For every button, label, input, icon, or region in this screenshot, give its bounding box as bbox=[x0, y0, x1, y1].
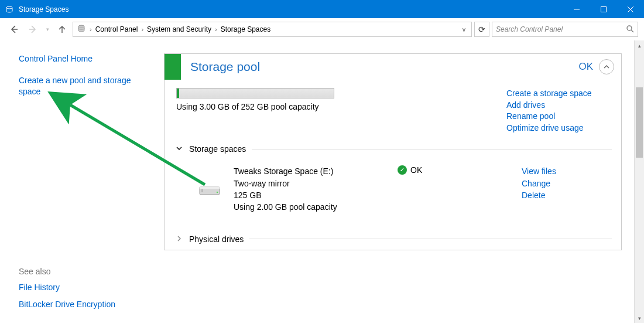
space-status: ✓ OK bbox=[398, 165, 422, 175]
create-storage-space-link[interactable]: Create a storage space bbox=[506, 88, 612, 100]
svg-rect-12 bbox=[200, 186, 220, 189]
space-type: Two-way mirror bbox=[234, 178, 386, 189]
storage-pool-panel: Storage pool OK Using 3.00 GB of 252 GB … bbox=[164, 53, 622, 250]
optimize-usage-link[interactable]: Optimize drive usage bbox=[506, 123, 612, 134]
section-divider bbox=[252, 149, 612, 149]
svg-line-10 bbox=[631, 30, 633, 32]
breadcrumb-icon bbox=[77, 24, 86, 35]
address-dropdown[interactable]: v bbox=[460, 26, 468, 33]
status-color-strip bbox=[165, 54, 181, 80]
chevron-right-icon bbox=[176, 236, 183, 243]
up-button[interactable] bbox=[54, 21, 70, 38]
breadcrumb-item[interactable]: Storage Spaces bbox=[221, 25, 270, 33]
svg-rect-2 bbox=[601, 6, 607, 12]
chevron-down-icon bbox=[176, 145, 183, 152]
address-bar-row: ▾ › Control Panel › System and Security … bbox=[0, 18, 644, 40]
pool-usage-text: Using 3.00 GB of 252 GB pool capacity bbox=[176, 102, 495, 111]
breadcrumb-item[interactable]: System and Security bbox=[147, 25, 211, 33]
app-icon bbox=[5, 5, 14, 14]
collapse-toggle[interactable] bbox=[599, 59, 614, 74]
search-icon bbox=[626, 25, 634, 35]
scroll-thumb[interactable] bbox=[636, 87, 643, 158]
storage-space-info: Tweaks Storage Space (E:) Two-way mirror… bbox=[234, 165, 386, 213]
search-placeholder: Search Control Panel bbox=[496, 25, 626, 33]
pool-capacity-bar bbox=[176, 88, 334, 98]
physical-drives-section-header[interactable]: Physical drives bbox=[176, 234, 612, 244]
drive-icon bbox=[198, 182, 222, 199]
maximize-button[interactable] bbox=[590, 0, 617, 18]
see-also-bitlocker[interactable]: BitLocker Drive Encryption bbox=[19, 299, 115, 310]
breadcrumb-bar[interactable]: › Control Panel › System and Security › … bbox=[73, 22, 472, 37]
control-panel-home-link[interactable]: Control Panel Home bbox=[19, 53, 153, 64]
vertical-scrollbar[interactable]: ▴ ▾ bbox=[634, 40, 644, 323]
pool-actions: Create a storage space Add drives Rename… bbox=[506, 88, 612, 134]
svg-point-13 bbox=[217, 192, 218, 193]
chevron-right-icon: › bbox=[215, 26, 217, 33]
scroll-down-button[interactable]: ▾ bbox=[635, 313, 644, 323]
minimize-button[interactable] bbox=[563, 0, 590, 18]
recent-dropdown[interactable]: ▾ bbox=[43, 21, 52, 38]
pool-capacity-fill bbox=[177, 89, 179, 98]
main-content: Storage pool OK Using 3.00 GB of 252 GB … bbox=[164, 40, 644, 323]
create-pool-link[interactable]: Create a new pool and storage space bbox=[19, 75, 148, 97]
panel-header: Storage pool OK bbox=[165, 54, 621, 80]
svg-rect-14 bbox=[201, 189, 203, 192]
space-name: Tweaks Storage Space (E:) bbox=[234, 165, 386, 177]
section-label: Physical drives bbox=[189, 234, 244, 244]
see-also-section: See also File History BitLocker Drive En… bbox=[19, 267, 115, 316]
delete-link[interactable]: Delete bbox=[522, 189, 609, 201]
chevron-right-icon: › bbox=[141, 26, 143, 33]
space-size: 125 GB bbox=[234, 189, 386, 201]
back-button[interactable] bbox=[6, 21, 22, 38]
refresh-button[interactable]: ⟳ bbox=[474, 22, 489, 37]
space-status-text: OK bbox=[410, 165, 422, 175]
panel-status: OK bbox=[578, 61, 593, 73]
panel-title: Storage pool bbox=[190, 60, 578, 74]
storage-spaces-section-header[interactable]: Storage spaces bbox=[176, 144, 612, 154]
change-link[interactable]: Change bbox=[522, 178, 609, 189]
space-actions: View files Change Delete bbox=[522, 165, 609, 201]
view-files-link[interactable]: View files bbox=[522, 165, 609, 177]
space-usage: Using 2.00 GB pool capacity bbox=[234, 201, 386, 213]
svg-point-0 bbox=[6, 6, 12, 9]
section-divider bbox=[249, 239, 612, 239]
close-button[interactable] bbox=[617, 0, 644, 18]
svg-point-9 bbox=[627, 26, 632, 30]
search-box[interactable]: Search Control Panel bbox=[492, 22, 638, 37]
see-also-heading: See also bbox=[19, 267, 115, 276]
ok-check-icon: ✓ bbox=[398, 165, 407, 175]
window-title: Storage Spaces bbox=[19, 5, 563, 13]
see-also-file-history[interactable]: File History bbox=[19, 282, 115, 293]
section-label: Storage spaces bbox=[189, 144, 246, 154]
breadcrumb-item[interactable]: Control Panel bbox=[95, 25, 138, 33]
rename-pool-link[interactable]: Rename pool bbox=[506, 111, 612, 123]
forward-button[interactable] bbox=[25, 21, 41, 38]
sidebar: Control Panel Home Create a new pool and… bbox=[0, 40, 164, 323]
storage-space-item: Tweaks Storage Space (E:) Two-way mirror… bbox=[174, 157, 612, 223]
scroll-up-button[interactable]: ▴ bbox=[635, 40, 644, 50]
chevron-right-icon: › bbox=[90, 26, 92, 33]
titlebar: Storage Spaces bbox=[0, 0, 644, 18]
window-controls bbox=[563, 0, 644, 18]
add-drives-link[interactable]: Add drives bbox=[506, 100, 612, 111]
